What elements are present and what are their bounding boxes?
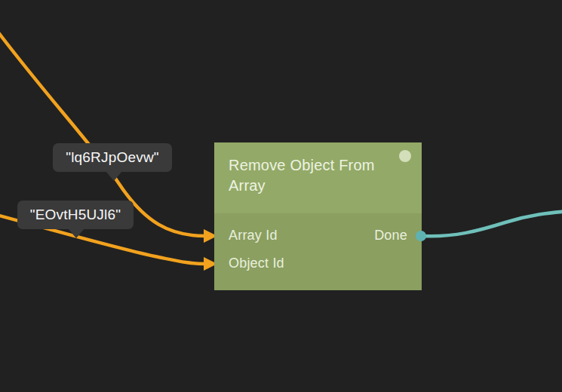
value-tooltip-object-id: "EOvtH5UJl6" (17, 201, 134, 229)
tooltip-text: "EOvtH5UJl6" (30, 207, 121, 223)
node-body: Array Id Done Object Id (214, 213, 422, 290)
node-remove-object-from-array[interactable]: Remove Object From Array Array Id Done O… (214, 142, 422, 290)
tooltip-pointer-icon (68, 228, 84, 238)
output-port-done[interactable]: Done (374, 228, 407, 243)
node-graph-canvas[interactable]: Remove Object From Array Array Id Done O… (0, 0, 562, 392)
port-row: Object Id (229, 253, 407, 274)
value-tooltip-array-id: "lq6RJpOevw" (53, 143, 172, 172)
input-port-object-id[interactable]: Object Id (229, 256, 284, 271)
tooltip-text: "lq6RJpOevw" (66, 149, 159, 166)
tooltip-pointer-icon (106, 171, 122, 181)
wire-output-done[interactable] (422, 211, 562, 236)
node-header[interactable]: Remove Object From Array (214, 142, 422, 213)
port-row: Array Id Done (229, 225, 407, 246)
done-port-connector-icon[interactable] (416, 231, 426, 241)
input-port-array-id[interactable]: Array Id (229, 228, 278, 243)
status-dot-icon (399, 150, 411, 162)
node-title: Remove Object From Array (229, 155, 392, 196)
